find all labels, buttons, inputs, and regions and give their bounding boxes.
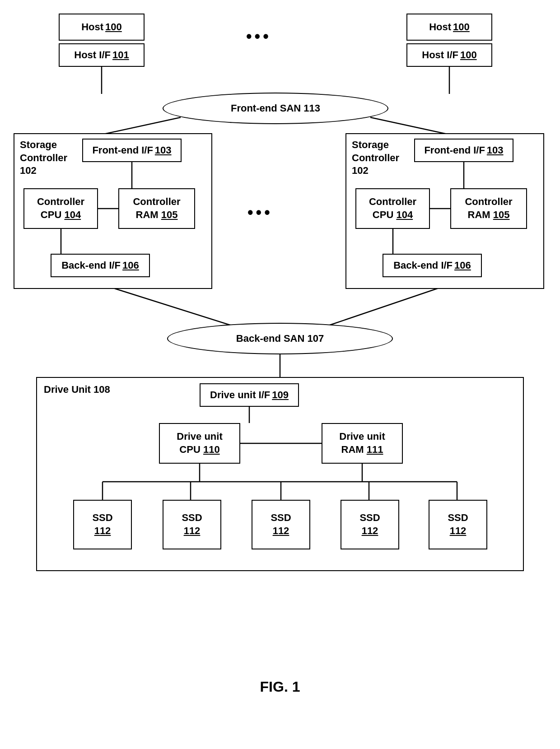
ssd1-box: SSD112 [73, 500, 132, 549]
diagram: Host 100 Host I/F 101 Host 100 Host I/F … [0, 0, 560, 713]
host-right-label: Host [429, 21, 451, 34]
sc-right-internal-lines [346, 134, 545, 290]
frontend-san-label: Front-end SAN [231, 102, 301, 114]
host-if-left-label: Host I/F [74, 49, 111, 62]
host-if-left-ref: 101 [112, 49, 129, 62]
ssd3-label: SSD [271, 512, 291, 525]
ssd4-ref: 112 [362, 525, 378, 538]
backend-san-ellipse: Back-end SAN 107 [167, 323, 393, 354]
ssd2-label: SSD [182, 512, 202, 525]
ssd2-ref: 112 [184, 525, 201, 538]
ssd1-label: SSD [92, 512, 112, 525]
fig-label: FIG. 1 [0, 679, 560, 695]
ssd3-box: SSD112 [252, 500, 310, 549]
host-if-right-label: Host I/F [422, 49, 458, 62]
host-if-right-ref: 100 [460, 49, 477, 62]
host-left-ref: 100 [105, 21, 122, 34]
host-left-box: Host 100 [59, 14, 145, 41]
backend-san-ref: 107 [308, 333, 324, 344]
host-left-label: Host [81, 21, 103, 34]
svg-line-3 [370, 117, 449, 135]
svg-line-2 [102, 117, 181, 135]
dots-sc: ••• [247, 203, 273, 222]
ssd2-box: SSD112 [163, 500, 221, 549]
svg-line-11 [330, 284, 449, 325]
host-if-right-box: Host I/F 100 [406, 43, 492, 67]
sc-left-internal-lines [14, 134, 213, 290]
frontend-san-ellipse: Front-end SAN 113 [163, 93, 388, 124]
ssd3-ref: 112 [273, 525, 289, 538]
sc-right-box: StorageController102 Front-end I/F 103 C… [345, 133, 544, 289]
ssd5-ref: 112 [450, 525, 467, 538]
backend-san-label: Back-end SAN [236, 333, 305, 344]
sc-left-box: StorageController102 Front-end I/F 103 C… [14, 133, 212, 289]
host-right-ref: 100 [453, 21, 470, 34]
ssd1-ref: 112 [94, 525, 111, 538]
drive-unit-box: Drive Unit 108 Drive unit I/F 109 Drive … [36, 377, 524, 571]
host-if-left-box: Host I/F 101 [59, 43, 145, 67]
host-right-box: Host 100 [406, 14, 492, 41]
ssd4-box: SSD112 [341, 500, 399, 549]
svg-line-10 [102, 284, 230, 325]
frontend-san-ref: 113 [303, 102, 320, 114]
dots-hosts: ••• [246, 27, 271, 46]
ssd5-label: SSD [448, 512, 468, 525]
ssd5-box: SSD112 [429, 500, 487, 549]
ssd4-label: SSD [359, 512, 380, 525]
